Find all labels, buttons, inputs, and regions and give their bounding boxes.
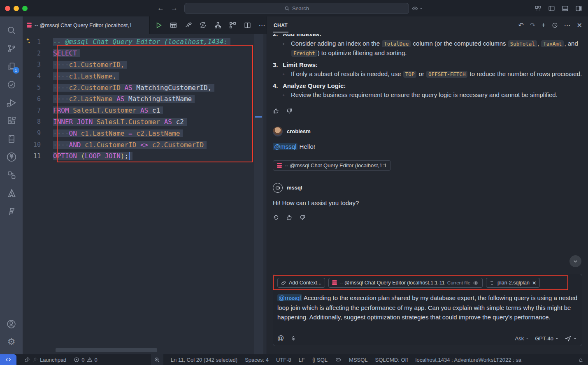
horizontal-scrollbar[interactable] [56, 348, 157, 352]
model-picker-button[interactable]: GPT-4o [535, 335, 559, 342]
refresh-connection-button[interactable] [198, 21, 207, 30]
actual-plan-button[interactable] [228, 21, 237, 30]
current-file-chip[interactable]: -- @mssql Chat Query Editor (localhost,1… [328, 278, 483, 288]
send-button[interactable] [565, 335, 577, 342]
notifications-bell[interactable] [578, 357, 584, 363]
chat-input-box[interactable]: Add Context... -- @mssql Chat Query Edit… [273, 274, 582, 346]
maximize-window-button[interactable] [22, 6, 28, 11]
line-number: 10 [23, 141, 41, 148]
code-line[interactable]: 11OPTION (LOOP JOIN); [23, 150, 267, 162]
estimated-plan-button[interactable] [213, 21, 222, 30]
close-chat-icon[interactable]: ✕ [577, 21, 582, 29]
launchpad-button[interactable]: Launchpad [24, 357, 66, 363]
navigate-forward-icon[interactable]: → [171, 4, 178, 12]
chat-input-text[interactable]: @mssql According to the execution plan s… [277, 293, 582, 322]
plan-file-chip[interactable]: plan-2.sqlplan ✕ [486, 278, 540, 288]
activity-database-projects[interactable] [2, 130, 21, 148]
code-line[interactable]: 9····ON c1.LastName = c2.LastName [23, 127, 267, 139]
copilot-menu-button[interactable] [411, 5, 423, 12]
scroll-to-bottom-button[interactable] [569, 255, 581, 267]
problems-indicator[interactable]: 0 0 [74, 357, 97, 363]
line-number: 11 [23, 152, 41, 160]
activity-extensions[interactable] [2, 112, 21, 130]
bullet-icon: ◦ [283, 39, 291, 58]
thumbs-up-icon[interactable] [286, 214, 293, 221]
microphone-icon[interactable] [291, 335, 296, 342]
activity-github[interactable] [2, 148, 21, 166]
activity-azure[interactable] [2, 184, 21, 202]
thumbs-up-icon[interactable] [273, 108, 279, 114]
chat-tab[interactable]: CHAT [273, 18, 288, 32]
encoding[interactable]: UTF-8 [276, 357, 291, 363]
github-icon [6, 151, 17, 163]
code-line[interactable]: 7FROM SalesLT.Customer AS c1 [23, 105, 267, 116]
code-line[interactable]: 1-- @mssql Chat Query Editor (localhost,… [23, 36, 267, 48]
chat-header: CHAT ↶ ↷ + ⋯ ✕ [267, 16, 588, 34]
activity-search[interactable] [2, 21, 21, 39]
eye-icon[interactable] [473, 280, 479, 286]
chat-more-icon[interactable]: ⋯ [564, 21, 571, 29]
redo-request-icon[interactable]: ↷ [530, 21, 535, 29]
code-line[interactable]: 3····c1.CustomerID, [23, 59, 267, 71]
eol-sequence[interactable]: LF [299, 357, 305, 363]
code-line[interactable]: 10····AND c1.CustomerID <> c2.CustomerID [23, 139, 267, 150]
mode-picker-button[interactable]: Ask [515, 335, 530, 342]
activity-testing[interactable] [2, 76, 21, 94]
history-icon[interactable] [552, 22, 558, 28]
toggle-panel-icon[interactable] [562, 5, 569, 12]
remove-chip-icon[interactable]: ✕ [532, 280, 536, 286]
language-mode[interactable]: {} SQL [312, 357, 328, 363]
bullet-text: If only a subset of results is needed, u… [291, 69, 582, 79]
copilot-status[interactable] [335, 356, 342, 363]
run-debug-icon [6, 97, 17, 108]
results-grid-button[interactable] [169, 21, 178, 30]
new-chat-icon[interactable]: + [542, 21, 545, 29]
code-text: ····c1.CustomerID, [53, 61, 127, 69]
activity-run-debug[interactable] [2, 94, 21, 112]
settings-button[interactable]: ⚙ [2, 333, 21, 351]
message-attachment-pill[interactable]: -- @mssql Chat Query Editor (localhost,1… [273, 160, 391, 171]
zoom-indicator[interactable] [151, 354, 163, 365]
indentation[interactable]: Spaces: 4 [245, 357, 269, 363]
list-item: 2. Add Indexes: ◦ Consider adding an ind… [273, 34, 582, 58]
mention-picker-button[interactable]: @ [277, 335, 284, 342]
accounts-button[interactable] [2, 315, 21, 333]
mssql-status[interactable]: MSSQL [349, 357, 368, 363]
activity-connections[interactable] [2, 166, 21, 184]
add-context-button[interactable]: Add Context... [277, 278, 325, 288]
minimize-window-button[interactable] [14, 6, 19, 11]
toggle-secondary-sidebar-icon[interactable] [575, 5, 582, 12]
cursor-position[interactable]: Ln 11, Col 20 (342 selected) [171, 357, 237, 363]
minimap[interactable] [254, 34, 263, 354]
code-line[interactable]: 8INNER JOIN SalesLT.Customer AS c2 [23, 116, 267, 128]
close-window-button[interactable] [5, 6, 10, 11]
code-line[interactable]: 6····c2.LastName AS MatchingLastName [23, 93, 267, 105]
code-line[interactable]: 5····c2.CustomerID AS MatchingCustomerID… [23, 82, 267, 93]
run-query-button[interactable] [154, 21, 163, 30]
more-actions-button[interactable]: ⋯ [258, 21, 267, 30]
activity-fabric[interactable] [2, 202, 21, 220]
sqlcmd-status[interactable]: SQLCMD: Off [375, 357, 408, 363]
copilot-sparkle-icon[interactable]: ✦✦ [26, 35, 30, 44]
connection-status[interactable]: localhost,1434 : AdventureWorksLT2022 : … [416, 357, 522, 363]
activity-source-control[interactable] [2, 39, 21, 58]
thumbs-down-icon[interactable] [286, 108, 293, 114]
code-line[interactable]: 2SELECT [23, 48, 267, 59]
chevron-down-icon [573, 337, 577, 340]
navigate-back-icon[interactable]: ← [157, 4, 164, 12]
customize-layout-icon[interactable] [535, 5, 542, 12]
bullet-text: Review the business requirement to ensur… [291, 90, 558, 100]
disconnect-button[interactable] [184, 21, 193, 30]
editor-tab[interactable]: -- @mssql Chat Query Editor (localhost,1 [23, 16, 150, 34]
thumbs-down-icon[interactable] [299, 214, 306, 221]
rerun-icon[interactable] [273, 214, 279, 221]
command-center-search[interactable]: Search [184, 3, 409, 14]
undo-request-icon[interactable]: ↶ [518, 21, 523, 29]
toggle-primary-sidebar-icon[interactable] [548, 5, 555, 12]
user-message-header: croblesm [273, 127, 582, 136]
remote-indicator[interactable] [0, 354, 16, 365]
code-editor[interactable]: ✦✦ 1-- @mssql Chat Query Editor (localho… [23, 34, 267, 354]
code-line[interactable]: 4····c1.LastName, [23, 70, 267, 82]
split-editor-button[interactable] [243, 21, 252, 30]
activity-explorer[interactable]: 1 [2, 58, 21, 76]
